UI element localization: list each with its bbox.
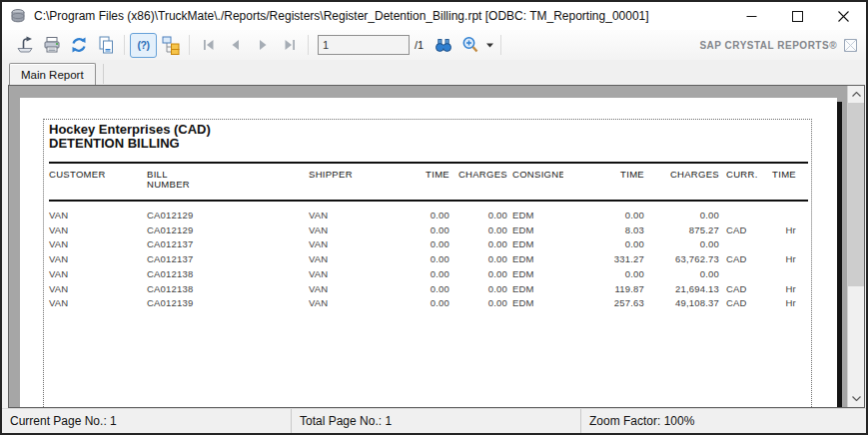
table-cell: 875.27: [644, 223, 719, 238]
report-title: DETENTION BILLING: [49, 137, 811, 151]
column-header: BILL NUMBER: [147, 170, 309, 190]
table-cell: EDM: [507, 223, 563, 238]
brand-area: SAP CRYSTAL REPORTS®: [699, 39, 857, 52]
table-cell: 0.00: [449, 252, 507, 267]
table-cell: VAN: [44, 223, 147, 238]
table-cell: VAN: [44, 267, 147, 282]
table-cell: 0.00: [424, 223, 449, 238]
last-page-button[interactable]: [276, 33, 303, 58]
table-cell: [719, 209, 761, 223]
table-cell: 0.00: [449, 282, 507, 297]
table-cell: VAN: [44, 209, 147, 223]
table-cell: [719, 237, 761, 252]
page-number-input[interactable]: [318, 35, 410, 55]
table-cell: EDM: [507, 282, 563, 297]
next-page-button[interactable]: [249, 33, 276, 58]
table-row: VANCA012129VAN0.000.00EDM0.000.00: [44, 209, 811, 223]
table-cell: 49,108.37: [644, 296, 719, 311]
print-button[interactable]: [38, 33, 65, 58]
report-margin-box: Hockey Enterprises (CAD) DETENTION BILLI…: [43, 119, 812, 408]
table-cell: 0.00: [449, 237, 507, 252]
first-page-button[interactable]: [195, 33, 222, 58]
table-cell: CAD: [719, 252, 761, 267]
chevron-up-icon: [852, 92, 861, 97]
table-cell: [761, 267, 796, 282]
column-header: CHARGES: [449, 170, 507, 190]
toggle-parameter-panel-button[interactable]: (?): [130, 33, 157, 58]
toggle-group-tree-icon: [161, 35, 181, 55]
toggle-group-tree-button[interactable]: [157, 33, 184, 58]
zoom-button[interactable]: [456, 33, 483, 58]
scroll-up-button[interactable]: [848, 86, 864, 103]
table-row: VANCA012137VAN0.000.00EDM0.000.00: [44, 237, 811, 252]
zoom-dropdown-button[interactable]: [483, 33, 495, 58]
crystal-reports-window: C:\Program Files (x86)\TruckMate\./Repor…: [0, 0, 868, 435]
table-cell: Hr: [761, 252, 796, 267]
status-zoom-factor: Zoom Factor: 100%: [581, 409, 866, 433]
status-current-page: Current Page No.: 1: [2, 409, 292, 433]
page-shadow: [837, 102, 842, 407]
table-cell: 63,762.73: [644, 252, 719, 267]
table-cell: CAD: [719, 296, 761, 311]
report-app-icon: [10, 8, 27, 24]
table-cell: 0.00: [424, 252, 449, 267]
table-cell: CA012129: [147, 223, 309, 238]
maximize-button[interactable]: [774, 2, 820, 30]
tab-label: Main Report: [21, 69, 84, 81]
dropdown-arrow-icon: [486, 43, 493, 48]
table-cell: 0.00: [424, 209, 449, 223]
table-cell: 0.00: [563, 267, 644, 282]
export-button[interactable]: [11, 33, 38, 58]
table-cell: VAN: [309, 209, 424, 223]
tab-main-report[interactable]: Main Report: [9, 63, 96, 85]
column-header: CHARGES: [644, 170, 719, 190]
toolbar-separator: [308, 35, 309, 55]
tab-strip-divider: [103, 64, 104, 84]
refresh-button[interactable]: [65, 33, 92, 58]
table-cell: EDM: [507, 209, 563, 223]
table-cell: 257.63: [563, 296, 644, 311]
table-cell: 0.00: [644, 209, 719, 223]
report-viewer: Hockey Enterprises (CAD) DETENTION BILLI…: [8, 85, 865, 408]
tab-strip: Main Report: [2, 60, 866, 85]
table-cell: EDM: [507, 267, 563, 282]
find-button[interactable]: [430, 33, 456, 58]
table-row: VANCA012129VAN0.000.00EDM8.03875.27CADHr: [44, 223, 811, 238]
table-cell: 8.03: [563, 223, 644, 238]
table-cell: CA012137: [147, 252, 309, 267]
minimize-button[interactable]: [728, 2, 774, 30]
vertical-scrollbar[interactable]: [847, 86, 864, 407]
header-rule-bottom: [49, 200, 808, 202]
table-cell: 0.00: [563, 209, 644, 223]
table-cell: CAD: [719, 282, 761, 297]
table-cell: VAN: [309, 237, 424, 252]
scrollbar-thumb[interactable]: [848, 103, 864, 286]
status-bar: Current Page No.: 1 Total Page No.: 1 Zo…: [2, 408, 866, 433]
table-cell: [761, 209, 796, 223]
window-controls: [728, 2, 866, 30]
scroll-down-button[interactable]: [848, 390, 864, 407]
current-page-label: Current Page No.: 1: [10, 414, 117, 428]
column-header: CONSIGNEE: [507, 170, 563, 190]
table-cell: CAD: [719, 223, 761, 238]
first-page-icon: [201, 37, 217, 53]
toolbar-separator: [189, 35, 190, 55]
table-cell: 0.00: [563, 237, 644, 252]
table-cell: 0.00: [424, 282, 449, 297]
table-row: VANCA012137VAN0.000.00EDM331.2763,762.73…: [44, 252, 811, 267]
table-cell: CA012139: [147, 296, 309, 311]
table-cell: VAN: [44, 296, 147, 311]
chevron-down-icon: [852, 396, 861, 401]
page-count-label: /1: [415, 39, 424, 51]
toolbar-separator: [500, 35, 501, 55]
copy-button[interactable]: [92, 33, 119, 58]
table-cell: VAN: [309, 252, 424, 267]
previous-page-button[interactable]: [222, 33, 249, 58]
print-icon: [42, 35, 62, 55]
column-header: TIME: [424, 170, 449, 190]
table-cell: 0.00: [449, 223, 507, 238]
close-button[interactable]: [820, 2, 866, 30]
table-cell: 0.00: [424, 267, 449, 282]
total-page-label: Total Page No.: 1: [300, 414, 392, 428]
toolbar: (?): [2, 30, 866, 60]
